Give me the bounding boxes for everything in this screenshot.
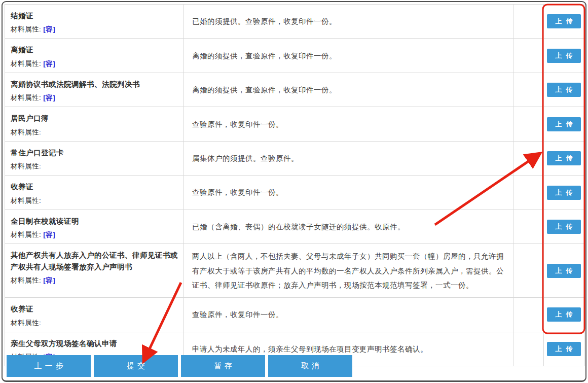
spacer-cell xyxy=(513,332,544,366)
table-row: 收养证 材料属性: 查验原件，收复印件一份。 上传 xyxy=(5,176,584,210)
doc-name: 离婚证 xyxy=(11,44,178,55)
attr-line: 材料属性: xyxy=(11,196,178,205)
footer-actions: 上一步 提交 暂存 取消 xyxy=(7,355,352,377)
upload-cell: 上传 xyxy=(544,332,584,366)
attr-value-link[interactable]: [容] xyxy=(43,60,55,67)
doc-desc-cell: 查验原件，收复印件一份。 xyxy=(184,176,513,209)
upload-cell: 上传 xyxy=(544,39,584,72)
spacer-cell xyxy=(513,298,544,331)
upload-button[interactable]: 上传 xyxy=(547,83,581,97)
attr-line: 材料属性:[容] xyxy=(11,59,178,68)
table-row: 收养证 材料属性: 查验原件，收复印件一份。 上传 xyxy=(5,298,584,332)
doc-name-cell: 收养证 材料属性: xyxy=(5,176,184,209)
doc-name-cell: 离婚证 材料属性:[容] xyxy=(5,39,184,72)
attr-label: 材料属性: xyxy=(11,94,41,101)
doc-desc: 查验原件，收复印件一份。 xyxy=(192,307,283,322)
doc-name: 结婚证 xyxy=(11,10,178,21)
attr-label: 材料属性: xyxy=(11,319,41,327)
materials-table: 结婚证 材料属性:[容] 已婚的须提供。查验原件，收复印件一份。 上传 离婚证 … xyxy=(5,4,584,366)
upload-cell: 上传 xyxy=(544,210,584,243)
doc-desc: 已婚（含离婚、丧偶）的在校就读子女随迁的须提供。收原件。 xyxy=(192,220,405,234)
attr-label: 材料属性: xyxy=(11,60,41,67)
doc-desc-cell: 已婚（含离婚、丧偶）的在校就读子女随迁的须提供。收原件。 xyxy=(184,210,513,243)
table-row: 离婚协议书或法院调解书、法院判决书 材料属性:[容] 离婚的须提供，查验原件，收… xyxy=(5,73,584,107)
doc-desc-cell: 属集体户的须提供。查验原件。 xyxy=(184,142,513,175)
doc-name: 其他产权共有人放弃入户的公证书、律师见证书或产权共有人现场签署放弃入户声明书 xyxy=(11,250,178,272)
doc-name: 收养证 xyxy=(11,303,178,315)
table-row: 离婚证 材料属性:[容] 离婚的须提供，查验原件，收复印件一份。 上传 xyxy=(5,39,584,73)
upload-button[interactable]: 上传 xyxy=(547,14,581,28)
attr-line: 材料属性:[容] xyxy=(11,230,178,239)
doc-name-cell: 其他产权共有人放弃入户的公证书、律师见证书或产权共有人现场签署放弃入户声明书 材… xyxy=(5,244,184,297)
attr-label: 材料属性: xyxy=(11,162,41,170)
upload-cell: 上传 xyxy=(544,5,584,38)
save-draft-button[interactable]: 暂存 xyxy=(181,355,265,377)
doc-desc-cell: 离婚的须提供，查验原件，收复印件一份。 xyxy=(184,73,513,107)
attr-line: 材料属性: xyxy=(11,319,178,328)
spacer-cell xyxy=(513,176,544,209)
upload-button[interactable]: 上传 xyxy=(547,307,581,322)
spacer-cell xyxy=(513,107,544,141)
upload-button[interactable]: 上传 xyxy=(547,264,581,278)
doc-desc: 属集体户的须提供。查验原件。 xyxy=(192,151,299,165)
doc-desc: 离婚的须提供，查验原件，收复印件一份。 xyxy=(192,83,337,97)
doc-desc-cell: 查验原件，收复印件一份。 xyxy=(184,298,513,331)
attr-value-link[interactable]: [容] xyxy=(43,276,55,284)
doc-desc: 查验原件，收复印件一份。 xyxy=(192,185,283,199)
upload-button[interactable]: 上传 xyxy=(547,117,581,131)
attr-label: 材料属性: xyxy=(11,197,41,204)
doc-name-cell: 收养证 材料属性: xyxy=(5,298,184,331)
attr-label: 材料属性: xyxy=(11,25,41,33)
attr-value-link[interactable]: [容] xyxy=(43,231,55,238)
attr-label: 材料属性: xyxy=(11,276,41,284)
table-row: 全日制在校就读证明 材料属性:[容] 已婚（含离婚、丧偶）的在校就读子女随迁的须… xyxy=(5,210,584,244)
doc-name: 离婚协议书或法院调解书、法院判决书 xyxy=(11,79,178,90)
spacer-cell xyxy=(513,244,544,297)
upload-cell: 上传 xyxy=(544,73,584,107)
upload-button-row-5[interactable]: 上传 xyxy=(547,151,581,165)
table-row: 居民户口簿 材料属性: 查验原件，收复印件一份。 上传 xyxy=(5,107,584,141)
doc-name: 常住户口登记卡 xyxy=(11,147,178,158)
table-row: 其他产权共有人放弃入户的公证书、律师见证书或产权共有人现场签署放弃入户声明书 材… xyxy=(5,244,584,298)
spacer-cell xyxy=(513,73,544,107)
attr-value-link[interactable]: [容] xyxy=(43,25,55,33)
doc-desc: 离婚的须提供，查验原件，收复印件一份。 xyxy=(192,49,337,63)
doc-desc: 已婚的须提供。查验原件，收复印件一份。 xyxy=(192,14,337,28)
doc-name-cell: 结婚证 材料属性:[容] xyxy=(5,5,184,38)
doc-desc-cell: 查验原件，收复印件一份。 xyxy=(184,107,513,141)
doc-name: 全日制在校就读证明 xyxy=(11,216,178,227)
doc-desc-cell: 离婚的须提供，查验原件，收复印件一份。 xyxy=(184,39,513,72)
table-row: 常住户口登记卡 材料属性: 属集体户的须提供。查验原件。 上传 xyxy=(5,142,584,176)
upload-cell: 上传 xyxy=(544,142,584,175)
doc-desc: 申请人为未成年人的，须亲生父母到现场在项目变更声明书签名确认。 xyxy=(192,342,428,356)
doc-name: 居民户口簿 xyxy=(11,113,178,124)
upload-button[interactable]: 上传 xyxy=(547,220,581,234)
attr-label: 材料属性: xyxy=(11,128,41,136)
spacer-cell xyxy=(513,39,544,72)
previous-step-button[interactable]: 上一步 xyxy=(7,355,91,377)
attr-value-link[interactable]: [容] xyxy=(43,94,55,101)
attr-line: 材料属性: xyxy=(11,128,178,137)
attr-line: 材料属性:[容] xyxy=(11,276,178,285)
upload-button[interactable]: 上传 xyxy=(547,342,581,356)
attr-label: 材料属性: xyxy=(11,231,41,238)
attr-line: 材料属性:[容] xyxy=(11,93,178,102)
table-row: 结婚证 材料属性:[容] 已婚的须提供。查验原件，收复印件一份。 上传 xyxy=(5,5,584,39)
cancel-button[interactable]: 取消 xyxy=(268,355,352,377)
doc-desc: 两人以上（含两人，不包括夫妻、父母与未成年子女）共同购买一套（幢）房屋的，只允许… xyxy=(192,249,505,292)
spacer-cell xyxy=(513,142,544,175)
upload-button[interactable]: 上传 xyxy=(547,49,581,63)
upload-cell: 上传 xyxy=(544,107,584,141)
upload-button[interactable]: 上传 xyxy=(547,186,581,200)
upload-cell: 上传 xyxy=(544,244,584,297)
upload-cell: 上传 xyxy=(544,176,584,209)
submit-button[interactable]: 提交 xyxy=(94,355,178,377)
doc-name-cell: 常住户口登记卡 材料属性: xyxy=(5,142,184,175)
doc-desc-cell: 已婚的须提供。查验原件，收复印件一份。 xyxy=(184,5,513,38)
attr-line: 材料属性: xyxy=(11,162,178,171)
spacer-cell xyxy=(513,5,544,38)
page: { "table": { "attr_label": "材料属性:", "upl… xyxy=(0,0,588,383)
upload-cell: 上传 xyxy=(544,298,584,331)
attr-line: 材料属性:[容] xyxy=(11,25,178,34)
doc-desc-cell: 两人以上（含两人，不包括夫妻、父母与未成年子女）共同购买一套（幢）房屋的，只允许… xyxy=(184,244,513,297)
